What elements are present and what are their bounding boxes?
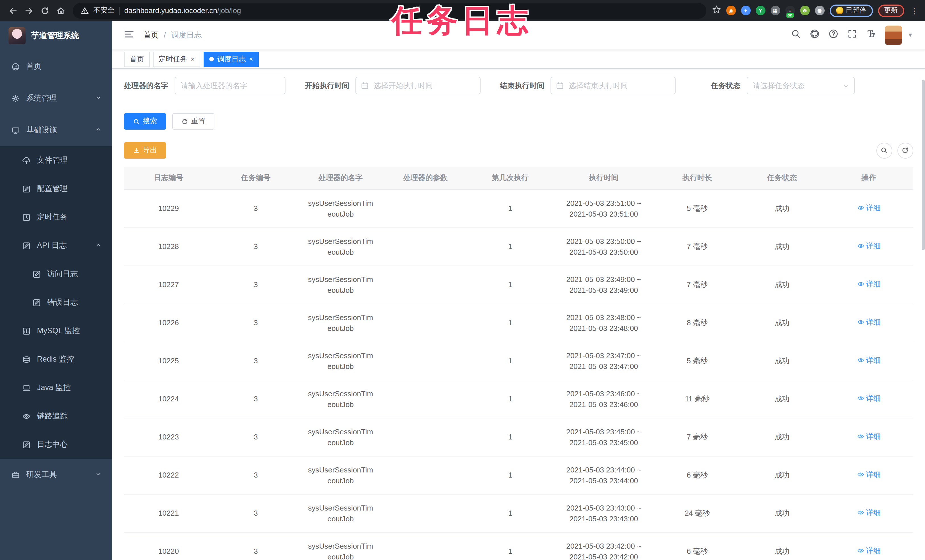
sidebar-item-10[interactable]: Redis 监控 [0, 345, 112, 373]
end-time-input[interactable] [550, 77, 676, 94]
cell-duration: 11 毫秒 [655, 380, 740, 418]
sidebar-item-5[interactable]: 定时任务 [0, 203, 112, 231]
sidebar-item-7[interactable]: 访问日志 [0, 260, 112, 288]
cell-handler-name: sysUserSessionTimeoutJob [298, 418, 383, 456]
extension-puzzle-icon[interactable]: ⬣ [815, 6, 824, 15]
sidebar-item-0[interactable]: 首页 [0, 51, 112, 83]
tab-0[interactable]: 首页 [124, 51, 149, 67]
bookmark-star-icon[interactable] [712, 5, 721, 16]
detail-link[interactable]: 详细 [857, 507, 881, 518]
cell-task-id: 3 [213, 532, 298, 560]
detail-link-label: 详细 [866, 393, 881, 403]
cell-handler-param [383, 532, 468, 560]
filter-end-time: 结束执行时间 [500, 77, 676, 94]
security-label[interactable]: 不安全 [93, 6, 114, 15]
detail-link[interactable]: 详细 [857, 393, 881, 403]
help-icon[interactable] [828, 29, 838, 41]
browser-back-icon[interactable] [6, 3, 21, 18]
cell-log-id: 10227 [124, 265, 213, 304]
detail-link[interactable]: 详细 [857, 431, 881, 442]
detail-link-label: 详细 [866, 278, 881, 289]
extension-green-y-icon[interactable]: Y [756, 6, 765, 15]
sidebar-item-8[interactable]: 错误日志 [0, 288, 112, 317]
sidebar-item-11[interactable]: Java 监控 [0, 373, 112, 402]
cell-duration: 24 毫秒 [655, 494, 740, 532]
reset-button[interactable]: 重置 [172, 113, 214, 129]
hamburger-icon[interactable] [124, 29, 134, 42]
cell-action: 详细 [825, 304, 913, 342]
font-size-icon[interactable] [866, 29, 875, 41]
detail-link[interactable]: 详细 [857, 241, 881, 251]
extension-blue-icon[interactable]: ✦ [741, 6, 750, 15]
table-row: 102233sysUserSessionTimeoutJob12021-05-0… [124, 418, 913, 456]
extension-grid-icon[interactable]: ▦ [770, 6, 780, 15]
user-avatar[interactable] [884, 26, 902, 45]
tab-close-icon[interactable]: × [190, 56, 194, 63]
omnibox-divider [119, 6, 120, 15]
browser-reload-icon[interactable] [38, 3, 52, 18]
chevron-down-icon [95, 470, 102, 479]
toggle-search-button[interactable] [876, 142, 892, 158]
extension-on-icon[interactable]: ≡on [785, 6, 795, 15]
address-bar[interactable]: 不安全 dashboard.yudao.iocoder.cn/job/log [73, 3, 706, 18]
search-icon[interactable] [791, 29, 800, 41]
github-icon[interactable] [809, 29, 819, 41]
sidebar-item-1[interactable]: 系统管理 [0, 83, 112, 114]
sidebar-item-3[interactable]: 文件管理 [0, 146, 112, 175]
page-scrollbar[interactable] [922, 80, 924, 250]
avatar-caret-icon[interactable]: ▼ [907, 32, 913, 38]
sidebar-item-6[interactable]: API 日志 [0, 231, 112, 260]
cell-duration: 6 毫秒 [655, 456, 740, 494]
table-row: 102243sysUserSessionTimeoutJob12021-05-0… [124, 380, 913, 418]
column-header-log_id: 日志编号 [124, 167, 213, 189]
cell-exec-time: 2021-05-03 23:42:00 ~2021-05-03 23:42:00 [553, 532, 655, 560]
tab-close-icon[interactable]: × [249, 56, 253, 63]
sidebar-item-13[interactable]: 日志中心 [0, 431, 112, 459]
fullscreen-icon[interactable] [847, 29, 857, 41]
cell-exec-time: 2021-05-03 23:46:00 ~2021-05-03 23:46:00 [553, 380, 655, 418]
job-log-table: 日志编号任务编号处理器的名字处理器的参数第几次执行执行时间执行时长任务状态操作 … [124, 167, 913, 560]
tab-label: 定时任务 [159, 54, 187, 64]
begin-time-input[interactable] [356, 77, 481, 94]
sidebar-item-4[interactable]: 配置管理 [0, 175, 112, 203]
screen: 不安全 dashboard.yudao.iocoder.cn/job/log ◉… [0, 0, 925, 560]
status-select[interactable] [747, 77, 855, 94]
refresh-table-button[interactable] [897, 142, 913, 158]
tab-2[interactable]: 调度日志× [203, 51, 259, 67]
cell-exec-index: 1 [468, 189, 553, 227]
sidebar-item-9[interactable]: MySQL 监控 [0, 317, 112, 345]
cell-handler-param [383, 380, 468, 418]
update-button[interactable]: 更新 [878, 4, 904, 17]
detail-link[interactable]: 详细 [857, 317, 881, 327]
browser-forward-icon[interactable] [22, 3, 36, 18]
sidebar-item-14[interactable]: 研发工具 [0, 459, 112, 491]
export-button[interactable]: 导出 [124, 142, 166, 159]
cell-exec-index: 1 [468, 494, 553, 532]
handler-name-input[interactable] [175, 77, 285, 94]
tab-1[interactable]: 定时任务× [153, 51, 200, 67]
breadcrumb-home[interactable]: 首页 [143, 30, 159, 41]
detail-link[interactable]: 详细 [857, 202, 881, 213]
cell-exec-index: 1 [468, 532, 553, 560]
extension-leaf-icon[interactable]: ☘ [800, 6, 809, 15]
detail-link[interactable]: 详细 [857, 355, 881, 366]
chevron-down-icon [842, 82, 850, 92]
dashboard-icon [11, 62, 20, 71]
extension-icons: ◉✦Y▦≡on☘⬣ [726, 6, 824, 15]
view-detail-eye-icon [857, 471, 865, 478]
detail-link[interactable]: 详细 [857, 545, 881, 556]
column-header-exec_index: 第几次执行 [468, 167, 553, 189]
calendar-icon [360, 81, 369, 90]
cell-action: 详细 [825, 418, 913, 456]
browser-home-icon[interactable] [53, 3, 68, 18]
sidebar-item-12[interactable]: 链路追踪 [0, 402, 112, 431]
detail-link[interactable]: 详细 [857, 278, 881, 289]
browser-menu-icon[interactable]: ⋮ [909, 6, 919, 15]
paused-badge[interactable]: 已暂停 [829, 4, 873, 17]
detail-link[interactable]: 详细 [857, 469, 881, 480]
sidebar-item-2[interactable]: 基础设施 [0, 114, 112, 146]
sidebar: 芋道管理系统 首页系统管理基础设施文件管理配置管理定时任务API 日志访问日志错… [0, 21, 112, 560]
extension-orange-icon[interactable]: ◉ [726, 6, 736, 15]
app-logo-row[interactable]: 芋道管理系统 [0, 21, 112, 51]
search-button[interactable]: 搜索 [124, 113, 166, 129]
